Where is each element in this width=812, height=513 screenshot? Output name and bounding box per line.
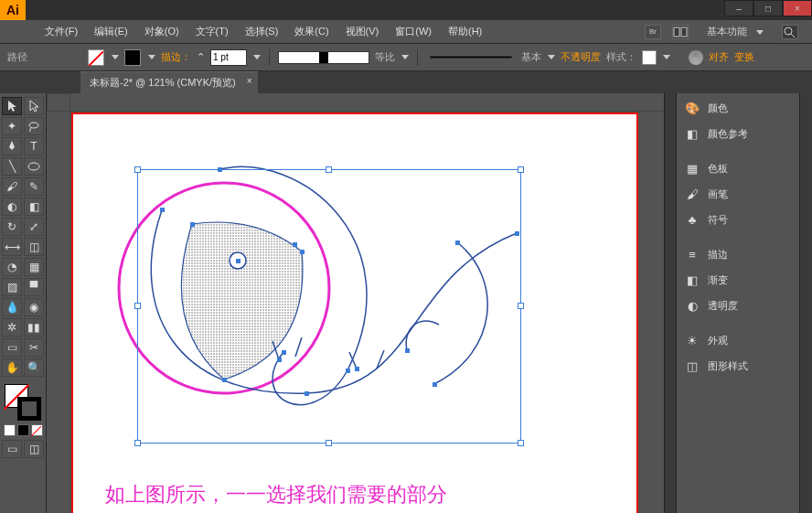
menubar: 文件(F) 编辑(E) 对象(O) 文字(T) 选择(S) 效果(C) 视图(V…: [0, 20, 812, 44]
magic-wand-tool[interactable]: ✦: [2, 117, 22, 135]
ruler-origin[interactable]: [47, 93, 70, 112]
mesh-tool[interactable]: ▨: [2, 278, 22, 296]
color-mode[interactable]: [4, 424, 16, 436]
swatches-icon: ▦: [684, 161, 700, 176]
variable-width-profile[interactable]: [278, 51, 369, 64]
transform-link[interactable]: 变换: [734, 50, 754, 64]
slice-tool[interactable]: ✂: [24, 338, 44, 357]
zoom-tool[interactable]: 🔍: [24, 358, 44, 377]
menu-effect[interactable]: 效果(C): [286, 25, 337, 38]
screen-mode[interactable]: ▭: [2, 440, 22, 458]
vertical-ruler[interactable]: [47, 112, 70, 513]
fill-stroke-control[interactable]: [5, 384, 41, 421]
style-swatch[interactable]: [642, 50, 657, 65]
draw-mode[interactable]: ◫: [24, 440, 44, 458]
bridge-icon[interactable]: Br: [645, 25, 661, 39]
panel-dock-edge[interactable]: [799, 93, 812, 513]
menu-select[interactable]: 选择(S): [237, 25, 287, 38]
eyedropper-tool[interactable]: 💧: [2, 298, 22, 316]
lasso-tool[interactable]: [24, 117, 44, 135]
panel-graphic-styles[interactable]: ◫图形样式: [677, 354, 799, 378]
panel-swatches[interactable]: ▦色板: [677, 156, 799, 180]
stroke-icon: ≡: [684, 247, 700, 262]
panel-stroke[interactable]: ≡描边: [677, 242, 799, 266]
menu-type[interactable]: 文字(T): [187, 25, 237, 38]
pencil-tool[interactable]: ✎: [24, 177, 44, 196]
menu-view[interactable]: 视图(V): [337, 25, 388, 38]
window-close[interactable]: ×: [783, 0, 812, 16]
symbol-sprayer-tool[interactable]: ✲: [2, 318, 22, 337]
panel-appearance[interactable]: ☀外观: [677, 328, 799, 352]
tab-close-icon[interactable]: ×: [247, 76, 252, 86]
selection-bounding-box[interactable]: [137, 169, 521, 444]
menu-object[interactable]: 对象(O): [136, 25, 187, 38]
document-tab[interactable]: 未标题-2* @ 121% (CMYK/预览)×: [80, 71, 258, 93]
opacity-link[interactable]: 不透明度: [561, 50, 601, 64]
gradient-tool[interactable]: ▀: [24, 278, 44, 296]
stroke-dropdown[interactable]: [148, 55, 155, 59]
menu-help[interactable]: 帮助(H): [440, 25, 490, 38]
fill-swatch[interactable]: [88, 49, 104, 66]
profile-label: 等比: [375, 50, 395, 64]
svg-rect-1: [681, 27, 687, 37]
app-logo: Ai: [0, 0, 26, 20]
panel-symbols[interactable]: ♣符号: [677, 208, 799, 231]
gradient-mode[interactable]: [17, 424, 29, 436]
scale-tool[interactable]: ⤢: [24, 218, 44, 236]
eraser-tool[interactable]: ◧: [24, 198, 44, 216]
artboard[interactable]: 如上图所示，一一选择我们需要的部分: [71, 112, 638, 513]
panel-color[interactable]: 🎨颜色: [677, 96, 799, 120]
selection-tool[interactable]: [2, 97, 22, 115]
horizontal-ruler[interactable]: [70, 93, 664, 112]
profile-dropdown[interactable]: [401, 55, 409, 59]
panel-transparency[interactable]: ◐透明度: [677, 294, 799, 317]
rotate-tool[interactable]: ↻: [2, 218, 22, 236]
recolor-icon[interactable]: [689, 50, 703, 65]
gradient-icon: ◧: [684, 273, 700, 287]
brush-dropdown[interactable]: [548, 55, 555, 59]
rectangle-tool[interactable]: [24, 157, 44, 176]
pen-tool[interactable]: [2, 137, 22, 155]
direct-selection-tool[interactable]: [24, 97, 44, 115]
graphic-styles-icon: ◫: [684, 358, 700, 373]
svg-point-4: [29, 123, 38, 128]
column-graph-tool[interactable]: ▮▮: [24, 318, 44, 337]
canvas[interactable]: 如上图所示，一一选择我们需要的部分: [70, 112, 664, 513]
stroke-weight-input[interactable]: [210, 49, 247, 66]
none-mode[interactable]: [31, 424, 43, 436]
window-maximize[interactable]: □: [753, 0, 783, 16]
paintbrush-tool[interactable]: 🖌: [2, 177, 22, 196]
stroke-swatch[interactable]: [124, 49, 141, 66]
menu-window[interactable]: 窗口(W): [387, 25, 440, 38]
weight-dropdown[interactable]: [253, 55, 261, 59]
perspective-grid-tool[interactable]: ▦: [24, 258, 44, 276]
toolbox: ✦ T ╲ 🖌✎ ◐◧ ↻⤢ ⟷◫ ◔▦ ▨▀ 💧◉ ✲▮▮ ▭✂ ✋🔍 ▭◫: [0, 93, 47, 513]
stroke-link[interactable]: 描边：: [161, 50, 191, 64]
panel-brushes[interactable]: 🖌画笔: [677, 182, 799, 206]
width-tool[interactable]: ⟷: [2, 238, 22, 256]
panel-collapse-strip[interactable]: [664, 93, 677, 513]
style-dropdown[interactable]: [663, 55, 670, 59]
fill-dropdown[interactable]: [112, 55, 119, 59]
line-tool[interactable]: ╲: [2, 157, 22, 176]
artboard-tool[interactable]: ▭: [2, 338, 22, 357]
align-link[interactable]: 对齐: [709, 50, 729, 64]
search-icon[interactable]: [782, 25, 798, 39]
document-tabbar: 未标题-2* @ 121% (CMYK/预览)×: [0, 71, 812, 93]
arrange-icon[interactable]: [672, 25, 689, 39]
free-transform-tool[interactable]: ◫: [24, 238, 44, 256]
style-label: 样式：: [606, 50, 636, 64]
menu-file[interactable]: 文件(F): [37, 25, 86, 38]
type-tool[interactable]: T: [24, 137, 44, 155]
selection-label: 路径: [7, 50, 27, 64]
blend-tool[interactable]: ◉: [24, 298, 44, 316]
panel-color-guide[interactable]: ◧颜色参考: [677, 122, 799, 145]
menu-edit[interactable]: 编辑(E): [86, 25, 136, 38]
hand-tool[interactable]: ✋: [2, 358, 22, 377]
workspace-switcher[interactable]: 基本功能: [700, 23, 771, 40]
brush-definition[interactable]: [430, 56, 512, 59]
panel-gradient[interactable]: ◧渐变: [677, 268, 799, 292]
window-minimize[interactable]: –: [724, 0, 753, 16]
blob-brush-tool[interactable]: ◐: [2, 198, 22, 216]
shape-builder-tool[interactable]: ◔: [2, 258, 22, 276]
